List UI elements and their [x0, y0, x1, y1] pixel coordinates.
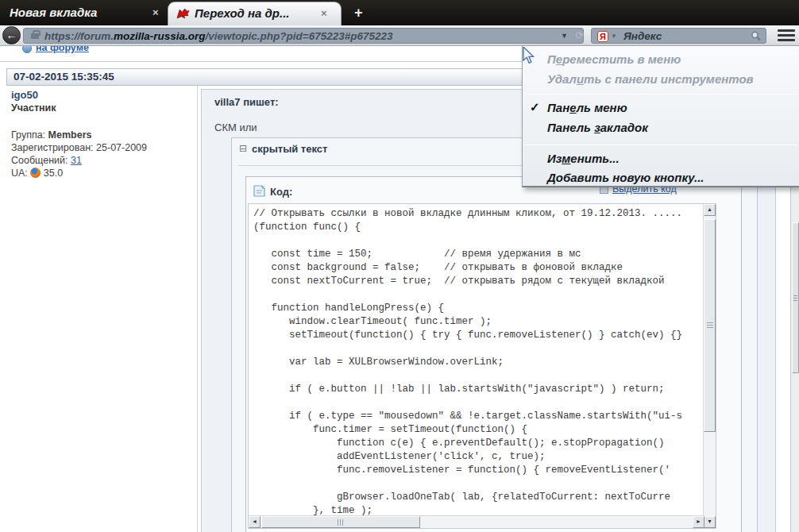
spoiler-title[interactable]: скрытый текст	[252, 143, 327, 155]
column-divider	[197, 86, 198, 532]
browser-window: Новая вкладка × Переход на др... × + ← h…	[0, 0, 799, 532]
yandex-engine-icon[interactable]: Я	[597, 31, 608, 42]
menu-item-add-new-button[interactable]: Добавить новую кнопку...	[523, 169, 799, 188]
vertical-scroll-thumb[interactable]	[704, 219, 716, 432]
code-box: Код: Выделить код // Открывать ссылки в …	[245, 176, 742, 532]
posts-count-link[interactable]: 31	[71, 155, 82, 166]
globe-icon	[22, 46, 32, 53]
post-author-panel: igo50 Участник Группа: Members Зарегистр…	[11, 89, 190, 179]
back-button[interactable]: ←	[2, 26, 21, 44]
search-bar[interactable]: Я ▼ Яндекс	[591, 28, 766, 44]
menu-item-bookmarks-bar[interactable]: Панель закладок	[523, 119, 799, 138]
search-input[interactable]: Яндекс	[623, 30, 662, 42]
new-tab-button[interactable]: +	[348, 5, 369, 21]
menu-item-remove-from-toolbar[interactable]: Удалить с панели инструментов	[523, 71, 799, 90]
menu-item-move-to-menu[interactable]: Переместить в меню	[523, 51, 799, 70]
ua-label: UA:	[11, 168, 28, 179]
tab-close-icon[interactable]: ×	[152, 6, 159, 18]
author-registered-row: Зарегистрирован: 25-07-2009	[11, 141, 190, 154]
search-engine-dropdown-icon[interactable]: ▼	[611, 33, 617, 40]
author-group-row: Группа: Members	[11, 129, 190, 141]
menu-separator	[525, 94, 797, 94]
lock-icon	[31, 33, 39, 39]
code-horizontal-scrollbar[interactable]: ◄ ►	[249, 515, 704, 528]
author-posts-row: Сообщений: 31	[11, 154, 190, 167]
mouse-cursor	[523, 47, 537, 66]
url-path: /viewtopic.php?pid=675223#p675223	[206, 30, 393, 42]
registered-label: Зарегистрирован:	[11, 142, 94, 153]
quote-author-header: villa7 пишет:	[214, 96, 279, 108]
horizontal-scroll-thumb[interactable]	[261, 516, 420, 528]
url-dropdown-icon[interactable]: ▼	[561, 32, 568, 40]
menu-separator	[525, 145, 797, 145]
firefox-icon	[30, 168, 41, 178]
url-bar[interactable]: https://forum.mozilla-russia.org/viewtop…	[23, 28, 584, 44]
registered-value: 25-07-2009	[96, 142, 147, 153]
code-vertical-scrollbar[interactable]: ▲ ▼	[703, 204, 716, 528]
menu-hamburger-icon[interactable]	[778, 29, 797, 42]
posts-label: Сообщений:	[11, 155, 68, 166]
author-name[interactable]: igo50	[11, 89, 190, 102]
scroll-down-button[interactable]: ▼	[704, 516, 716, 528]
scroll-up-button[interactable]: ▲	[704, 204, 716, 216]
group-label: Группа:	[11, 129, 45, 141]
code-content[interactable]: // Открывать ссылки в новой вкладке длин…	[253, 207, 700, 515]
tab-title: Новая вкладка	[10, 6, 97, 19]
quote-lead-text: СКМ или	[214, 121, 257, 133]
page-scroll-thumb[interactable]	[792, 222, 799, 373]
tab-new-page[interactable]: Новая вкладка ×	[0, 0, 167, 25]
group-value: Members	[48, 129, 92, 141]
mozilla-russia-favicon-icon	[176, 7, 190, 21]
spoiler-collapse-icon[interactable]: ⊟	[239, 143, 247, 154]
search-magnifier-icon[interactable]	[751, 31, 762, 42]
online-status-row: на форуме	[22, 46, 213, 57]
menu-item-customize[interactable]: Изменить...	[523, 150, 799, 169]
checkmark-icon: ✓	[530, 100, 540, 114]
toolbar-context-menu: Переместить в меню Удалить с панели инст…	[522, 46, 799, 187]
author-rank: Участник	[11, 102, 190, 114]
url-text[interactable]: https://forum.mozilla-russia.org/viewtop…	[44, 30, 393, 42]
reload-icon[interactable]: ⟳	[575, 29, 584, 41]
menu-item-menu-bar[interactable]: ✓ Панель меню	[523, 99, 799, 118]
author-ua-row: UA: 35.0	[11, 167, 190, 179]
tab-close-icon[interactable]: ×	[321, 7, 327, 19]
on-forum-link[interactable]: на форуме	[36, 46, 89, 53]
code-icon	[253, 184, 266, 198]
scroll-left-button[interactable]: ◄	[249, 516, 261, 528]
code-title: Код:	[270, 186, 292, 198]
navigation-toolbar: ← https://forum.mozilla-russia.org/viewt…	[0, 25, 799, 46]
scroll-right-button[interactable]: ►	[693, 516, 704, 528]
tab-title: Переход на др...	[195, 6, 290, 20]
forum-page: на форуме 07-02-2015 15:35:45 igo50 Учас…	[0, 46, 799, 532]
tab-forum-topic[interactable]: Переход на др... ×	[168, 2, 342, 25]
url-domain: mozilla-russia.org	[114, 30, 206, 42]
code-scroll-area: // Открывать ссылки в новой вкладке длин…	[248, 203, 716, 529]
url-scheme: https://forum.	[44, 30, 114, 42]
tab-bar: Новая вкладка × Переход на др... × +	[0, 0, 799, 25]
ua-version: 35.0	[44, 168, 63, 179]
spoiler-box: ⊟ скрытый текст Код: Выделить код /	[231, 137, 758, 532]
